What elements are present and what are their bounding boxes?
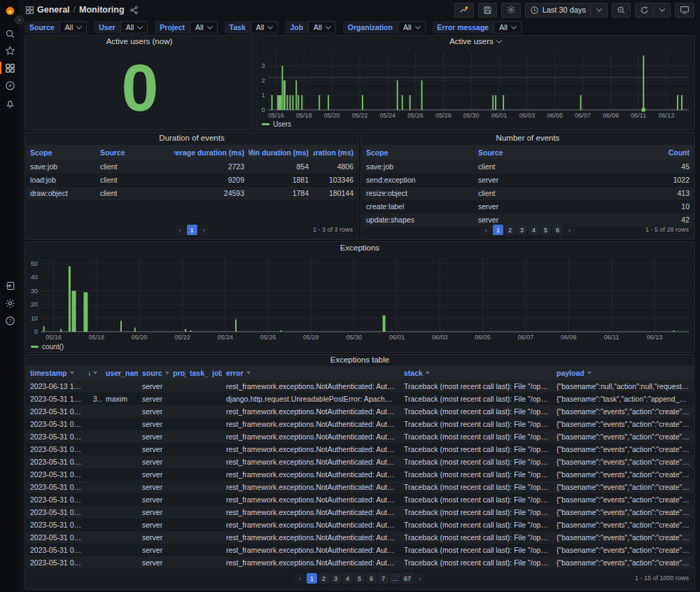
filter-value-dropdown[interactable]: All xyxy=(120,21,148,34)
settings-icon[interactable] xyxy=(0,296,20,310)
table-cell: {"basename":"events","action":"create","… xyxy=(552,493,694,506)
table-cell xyxy=(169,481,186,493)
sidebar-expand-button[interactable]: › xyxy=(15,15,24,24)
page-ellipsis[interactable]: … xyxy=(390,573,400,584)
filter-label[interactable]: Task xyxy=(225,21,251,34)
column-header-min-duration-ms-[interactable]: Min duration (ms) xyxy=(248,145,313,160)
table-row: 2023-05-31 09:21:09serverrest_framework.… xyxy=(26,519,694,531)
panel-title[interactable]: Active users xyxy=(256,36,694,47)
filter-label[interactable]: Job xyxy=(285,21,308,34)
column-header-job[interactable]: job xyxy=(208,366,222,380)
active-users-chart[interactable]: 012305/1605/1805/2005/2205/2405/2605/280… xyxy=(258,47,693,119)
page-button[interactable]: 3 xyxy=(517,225,527,235)
column-header-source[interactable]: Source xyxy=(96,145,174,160)
column-header-count[interactable]: Count xyxy=(631,145,694,160)
panel-title[interactable]: Exceptions table xyxy=(25,355,694,365)
save-dashboard-button[interactable] xyxy=(478,3,497,17)
column-header-user-name[interactable]: user_name xyxy=(102,366,138,380)
starred-icon[interactable] xyxy=(0,43,20,57)
column-header-max-duration-ms-[interactable]: Max duration (ms) xyxy=(313,145,358,160)
column-header-scope[interactable]: Scope xyxy=(362,145,474,160)
filter-label[interactable]: Organization xyxy=(343,21,398,34)
page-button[interactable]: 3 xyxy=(330,573,341,584)
page-next[interactable]: › xyxy=(414,573,425,584)
legend-item[interactable]: count() xyxy=(31,343,64,351)
page-prev[interactable]: ‹ xyxy=(295,573,305,584)
filter-label[interactable]: Source xyxy=(24,21,59,34)
filter-label[interactable]: User xyxy=(94,21,120,34)
refresh-button[interactable] xyxy=(635,3,654,17)
panel-title[interactable]: Number of events xyxy=(361,132,694,143)
page-prev[interactable]: ‹ xyxy=(481,225,491,235)
column-header-task-i[interactable]: task_i xyxy=(186,366,208,380)
page-button[interactable]: 6 xyxy=(552,225,563,235)
filter-label[interactable]: Error message xyxy=(433,21,494,34)
panel-title[interactable]: Exceptions xyxy=(25,242,694,253)
page-next[interactable]: › xyxy=(564,225,575,235)
svg-text:05/18: 05/18 xyxy=(296,112,312,119)
breadcrumb-page[interactable]: Monitoring xyxy=(79,5,125,15)
refresh-interval-dropdown[interactable] xyxy=(654,3,671,17)
column-header-sourc[interactable]: sourc xyxy=(138,366,169,380)
filter-icon[interactable] xyxy=(246,372,251,374)
filter-icon[interactable] xyxy=(426,372,430,374)
explore-icon[interactable] xyxy=(0,78,20,92)
page-button[interactable]: 1 xyxy=(187,225,197,235)
search-icon[interactable] xyxy=(0,27,20,41)
time-range-button[interactable]: Last 30 days xyxy=(525,3,591,17)
page-button[interactable]: 1 xyxy=(493,225,503,235)
zoom-out-button[interactable] xyxy=(612,3,631,17)
column-header-error[interactable]: error xyxy=(222,366,400,380)
page-button[interactable]: 67 xyxy=(402,573,413,584)
table-cell: 2023-05-31 09:34:15 xyxy=(26,443,89,456)
panel-title[interactable]: Duration of events xyxy=(25,132,358,143)
column-header-average-duration-ms-[interactable]: Average duration (ms) xyxy=(174,145,248,160)
column-header-timestamp[interactable]: timestamp xyxy=(26,366,89,380)
dashboards-icon[interactable] xyxy=(0,61,20,75)
page-button[interactable]: 5 xyxy=(540,225,551,235)
page-button[interactable]: 2 xyxy=(505,225,515,235)
column-header-scope[interactable]: Scope xyxy=(26,145,96,160)
column-header-proj[interactable]: proj xyxy=(169,366,186,380)
share-icon[interactable] xyxy=(130,6,139,15)
alerting-icon[interactable] xyxy=(0,97,20,111)
exceptions-chart[interactable]: 0102030405005/1605/1805/2005/2205/2405/2… xyxy=(27,253,693,341)
column-header-source[interactable]: Source xyxy=(474,145,631,160)
table-cell: {"basename":"events","action":"create","… xyxy=(552,430,694,443)
add-panel-button[interactable] xyxy=(454,3,474,17)
page-button[interactable]: 6 xyxy=(366,573,377,584)
filter-icon[interactable] xyxy=(93,372,97,374)
legend-item[interactable]: Users xyxy=(262,120,291,128)
page-button[interactable]: 4 xyxy=(342,573,353,584)
filter-icon[interactable] xyxy=(70,372,74,374)
kiosk-mode-button[interactable] xyxy=(675,3,694,17)
panel-exceptions: Exceptions 0102030405005/1605/1805/2005/… xyxy=(24,241,695,353)
table-cell: django.http.request.UnreadablePostError:… xyxy=(222,393,400,405)
filter-value-dropdown[interactable]: All xyxy=(59,21,88,34)
filter-label[interactable]: Project xyxy=(155,21,190,34)
filter-value-dropdown[interactable]: All xyxy=(493,21,522,34)
page-button[interactable]: 4 xyxy=(528,225,539,235)
column-header-stack[interactable]: stack xyxy=(400,366,552,380)
column-header-us[interactable]: us xyxy=(89,366,102,380)
page-button[interactable]: 1 xyxy=(307,573,317,584)
filter-value-dropdown[interactable]: All xyxy=(251,21,279,34)
filter-value-dropdown[interactable]: All xyxy=(308,21,336,34)
breadcrumb-section[interactable]: General xyxy=(37,5,70,15)
filter-icon[interactable] xyxy=(587,372,592,374)
page-button[interactable]: 5 xyxy=(354,573,365,584)
page-prev[interactable]: ‹ xyxy=(175,225,186,235)
dashboard-settings-button[interactable] xyxy=(501,3,521,17)
column-header-payload[interactable]: payload xyxy=(552,366,694,380)
time-range-dropdown-button[interactable] xyxy=(591,3,608,17)
table-cell: client xyxy=(474,160,631,174)
help-icon[interactable]: ? xyxy=(0,313,20,327)
filter-value-dropdown[interactable]: All xyxy=(398,21,426,34)
page-button[interactable]: 7 xyxy=(378,573,388,584)
table-cell: {"basename":"events","action":"create","… xyxy=(552,506,694,519)
table-cell: send:exception xyxy=(362,174,474,187)
page-button[interactable]: 2 xyxy=(318,573,329,584)
page-next[interactable]: › xyxy=(199,225,209,235)
admin-icon[interactable] xyxy=(0,279,20,293)
filter-value-dropdown[interactable]: All xyxy=(190,21,218,34)
